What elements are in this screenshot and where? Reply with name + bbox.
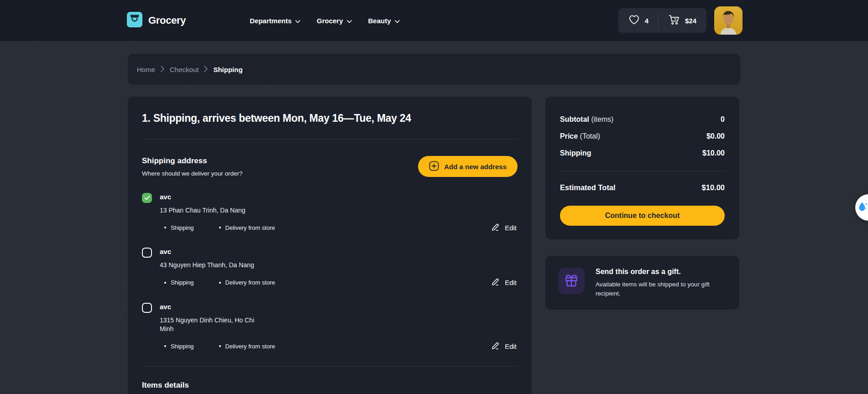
edit-label: Edit [505,224,517,232]
chevron-right-icon [204,66,208,73]
chevron-down-icon [347,17,352,25]
shipping-value: $10.00 [702,148,725,158]
pencil-icon [491,277,500,288]
brand-name: Grocery [148,15,186,26]
chevron-right-icon [161,66,164,73]
divider [142,366,518,367]
address-tag: Delivery from store [219,224,275,231]
add-address-button[interactable]: Add a new address [418,156,518,177]
subtotal-value: 0 [721,114,725,124]
gift-banner[interactable]: Send this order as a gift. Available ite… [545,256,739,310]
pencil-icon [491,341,500,352]
estimated-total-value: $10.00 [702,183,725,192]
bullet-dot [219,282,221,284]
address-checkbox[interactable] [142,193,152,203]
address-line: 1315 Nguyen Dinh Chieu, Ho Chi Minh [160,316,259,334]
cart-total: $24 [685,17,696,25]
gift-banner-description: Available items will be shipped to your … [596,280,727,298]
heart-icon [628,15,640,27]
continue-to-checkout-button[interactable]: Continue to checkout [560,206,725,226]
checkout-sidebar: Subtotal (items) 0 Price (Total) $0.00 S… [545,97,739,310]
address-name: avc [160,247,518,256]
address-tag: Delivery from store [219,279,275,286]
shopping-bag-icon [127,12,142,29]
address-tag: Shipping [164,224,194,231]
gift-icon-box [558,268,585,294]
breadcrumb: Home Checkout Shipping [128,54,740,85]
wishlist-cart-box: 4 $24 [618,8,706,33]
shipping-address-title: Shipping address [142,156,243,166]
address-tag: Shipping [164,343,194,350]
address-item: avc 43 Nguyen Hiep Thanh, Da Nang Shippi… [142,247,518,287]
edit-label: Edit [505,279,517,286]
bullet-dot [164,227,166,228]
summary-row-shipping: Shipping $10.00 [560,148,725,158]
bullet-dot [164,345,166,347]
cart-button[interactable]: $24 [668,14,696,27]
chevron-down-icon [395,17,400,25]
shipping-step-title: 1. Shipping, arrives between Mon, May 16… [142,112,518,124]
estimated-total-row: Estimated Total $10.00 [560,183,725,192]
shipping-address-header: Shipping address Where should we deliver… [142,156,243,177]
user-avatar[interactable] [714,6,743,35]
bullet-dot [219,345,221,347]
nav-item-grocery[interactable]: Grocery [317,17,352,25]
price-value: $0.00 [706,131,725,141]
water-drop-icon [857,201,868,214]
nav-item-label: Departments [250,17,292,25]
chevron-down-icon [295,17,300,25]
estimated-total-label: Estimated Total [560,183,616,192]
address-checkbox[interactable] [142,248,152,258]
cart-icon [668,14,680,27]
breadcrumb-current: Shipping [213,66,242,73]
nav-item-beauty[interactable]: Beauty [368,17,400,25]
main-nav: Departments Grocery Beauty [250,17,399,25]
nav-item-label: Beauty [368,17,391,25]
edit-address-button[interactable]: Edit [491,223,518,233]
wishlist-button[interactable]: 4 [628,15,648,27]
shipping-address-subtitle: Where should we deliver your order? [142,170,243,177]
items-details-title: Items details [142,381,518,390]
edit-address-button[interactable]: Edit [491,277,518,288]
breadcrumb-home[interactable]: Home [137,66,155,73]
breadcrumb-checkout[interactable]: Checkout [170,66,199,73]
navbar: Grocery Departments Grocery Beauty [0,0,868,41]
header-right: 4 $24 [618,6,743,35]
order-summary-card: Subtotal (items) 0 Price (Total) $0.00 S… [545,97,739,239]
address-list: avc 13 Phan Chau Trinh, Da Nang Shipping… [142,192,518,351]
nav-item-departments[interactable]: Departments [250,17,300,25]
floating-widget-button[interactable] [855,194,868,221]
brand-logo[interactable]: Grocery [127,12,186,29]
address-item: avc 1315 Nguyen Dinh Chieu, Ho Chi Minh … [142,302,518,351]
gift-icon [562,271,580,291]
edit-label: Edit [505,342,517,350]
address-tag: Shipping [164,279,194,286]
summary-row-subtotal: Subtotal (items) 0 [560,114,725,124]
add-address-label: Add a new address [444,163,507,171]
pencil-icon [491,223,500,233]
address-line: 43 Nguyen Hiep Thanh, Da Nang [160,261,259,270]
plus-square-icon [429,161,439,172]
divider [142,139,518,140]
gift-banner-title: Send this order as a gift. [596,268,727,276]
address-name: avc [160,192,518,202]
address-item: avc 13 Phan Chau Trinh, Da Nang Shipping… [142,192,518,232]
bullet-dot [164,282,166,284]
edit-address-button[interactable]: Edit [491,341,518,352]
gift-banner-text: Send this order as a gift. Available ite… [596,268,727,298]
address-line: 13 Phan Chau Trinh, Da Nang [160,206,259,215]
divider [560,171,725,171]
summary-row-price: Price (Total) $0.00 [560,131,725,141]
nav-item-label: Grocery [317,17,343,25]
shipping-card: 1. Shipping, arrives between Mon, May 16… [128,97,532,394]
address-checkbox[interactable] [142,303,152,313]
header-divider [658,13,659,28]
address-tag: Delivery from store [219,343,275,350]
bullet-dot [219,227,221,228]
address-name: avc [160,302,518,311]
wishlist-count: 4 [645,17,648,25]
